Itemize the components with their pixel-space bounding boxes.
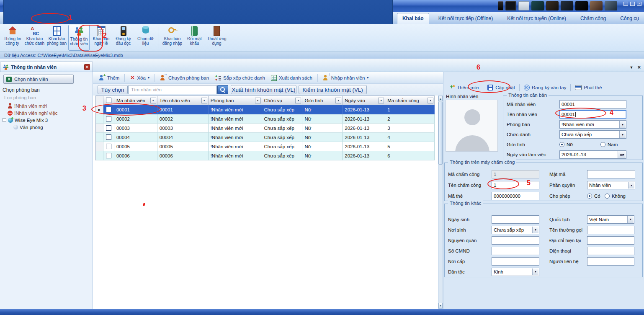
panel-button-dang-ky-van-tay[interactable]: Đăng ký vân tay (521, 83, 569, 92)
column-header-4[interactable]: Giới tính▼ (302, 96, 343, 105)
search-input[interactable]: Tìm nhân viên (129, 85, 216, 94)
ribbon-button-doi-mat-khau[interactable]: Đổi mật khẩu (184, 25, 205, 51)
camera-thumbnail-3[interactable] (561, 1, 573, 10)
gioi-tinh-option-0[interactable]: Nữ (559, 142, 596, 147)
table-row[interactable]: 0000500005!Nhân viên mớiChưa sắp xếpNữ20… (96, 142, 435, 151)
dropdown-arrow-icon[interactable]: ▼ (532, 227, 538, 233)
table-row[interactable]: 0000400004!Nhân viên mớiChưa sắp xếpNữ20… (96, 133, 435, 142)
dropdown-arrow-icon[interactable]: ▼ (532, 269, 538, 275)
monitor-icon[interactable] (518, 1, 529, 10)
dropdown-arrow-icon[interactable]: ▼ (628, 182, 634, 188)
toolbar-button-xoa[interactable]: Xóa▾ (127, 73, 152, 82)
table-row[interactable]: 0000600006!Nhân viên mớiChưa sắp xếpNữ20… (96, 151, 435, 160)
so-cmnd-input[interactable] (492, 247, 539, 255)
toolbar-button-xuat-danh-sach[interactable]: Xuất danh sách (268, 74, 315, 82)
table-row[interactable]: 0000200002!Nhân viên mớiChưa sắp xếpNữ20… (96, 114, 435, 124)
quoc-tich-select[interactable]: Việt Nam▼ (587, 215, 634, 224)
filter-icon[interactable]: ▼ (428, 98, 433, 103)
ma-nhan-vien-input[interactable]: 00001 (559, 100, 626, 108)
scroll-down-icon[interactable]: ▼ (438, 303, 443, 308)
filter-icon[interactable]: ▼ (255, 98, 261, 103)
menu-tab-mix3[interactable]: Mix 3 (3, 0, 393, 24)
close-tab-icon[interactable]: × (84, 64, 90, 70)
ngay-vao-lam-viec-datepicker[interactable]: 2026-01-13▦▾ (559, 150, 626, 159)
cho-phep-option-1[interactable]: Không (605, 194, 626, 199)
tree-item-nhan-vien-nghi-viec[interactable]: !Nhân viên nghỉ việc (2, 109, 91, 116)
tree-item-wise-eye-mix3[interactable]: −Wise Eye Mix 3 (2, 116, 91, 124)
menu-tab-ket-noi-truc-tiep[interactable]: Kết nối trực tiếp (Offline) (433, 13, 498, 24)
scroll-up-icon[interactable]: ▲ (438, 96, 443, 101)
calendar-dropdown-icon[interactable]: ▦▾ (618, 151, 626, 158)
vertical-scrollbar[interactable]: ▲ ▼ (438, 96, 443, 309)
row-checkbox[interactable] (103, 151, 114, 160)
select-employee-button[interactable]: Chọn nhân viên (3, 75, 74, 84)
column-header-6[interactable]: Mã chấm công▼ (385, 96, 435, 105)
menu-tab-cham-cong[interactable]: Chấm công (575, 13, 611, 24)
nguyen-quan-input[interactable] (492, 236, 539, 245)
ten-thuong-goi-input[interactable] (587, 226, 634, 234)
tree-item-nhan-vien-moi[interactable]: !Nhân viên mới (2, 102, 91, 109)
nguoi-lien-he-input[interactable] (587, 257, 634, 266)
toolbar-button-sap-xep-chuc-danh[interactable]: Sắp xếp chức danh (212, 74, 268, 82)
table-row[interactable]: 0000300003!Nhân viên mớiChưa sắp xếpNữ20… (96, 124, 435, 133)
dropdown-arrow-icon[interactable]: ▼ (619, 131, 626, 138)
dia-chi-hien-tai-input[interactable] (587, 236, 634, 245)
ribbon-button-thong-tin-cong-ty[interactable]: Thông tin công ty (2, 25, 23, 51)
menu-tab-khai-bao[interactable]: Khai báo (397, 13, 429, 24)
row-checkbox[interactable] (103, 142, 114, 151)
cho-phep-option-0[interactable]: Có (587, 194, 600, 199)
select-all-checkbox[interactable] (103, 96, 114, 105)
ma-the-input[interactable]: 0000000000 (492, 192, 539, 200)
phong-ban-select[interactable]: !Nhân viên mới▼ (559, 120, 626, 129)
mat-ma-input[interactable] (587, 170, 635, 178)
pin-icon[interactable] (623, 2, 628, 6)
filter-department-label[interactable]: Lọc phòng ban (4, 95, 36, 100)
scrollbar-thumb[interactable] (438, 102, 443, 165)
face-camera-2[interactable] (605, 1, 617, 10)
ribbon-button-dang-ky-dau-doc[interactable]: Đăng ký đầu đọc (113, 25, 134, 51)
column-header-2[interactable]: Phòng ban▼ (209, 96, 262, 105)
dropdown-arrow-icon[interactable]: ▼ (627, 216, 634, 223)
tab-thong-tin-nhan-vien[interactable]: Thông tin nhân viên × (0, 62, 93, 72)
export-face-button[interactable]: Xuất hình khuôn mặt (VL) (231, 85, 296, 94)
check-face-button[interactable]: Kiểm tra khuôn mặt (VL) (299, 85, 367, 94)
ribbon-button-khai-bao-ngay-le[interactable]: Khai báo ngày lễ (90, 25, 112, 51)
filter-icon[interactable]: ▼ (201, 98, 207, 103)
phan-quyen-select[interactable]: Nhân viên▼ (587, 181, 635, 189)
ribbon-button-thoat-ung-dung[interactable]: Thoát ứng dụng (206, 25, 227, 51)
close-icon[interactable]: × (637, 65, 641, 70)
search-button[interactable] (217, 85, 228, 94)
menu-tab-ket-noi-truc-tuyen[interactable]: Kết nối trực tuyến (Online) (502, 13, 571, 24)
filter-icon[interactable]: ▼ (335, 98, 341, 103)
dropdown-arrow-icon[interactable]: ▼ (619, 121, 626, 128)
close-window-icon[interactable]: × (637, 2, 641, 6)
row-checkbox[interactable] (103, 105, 114, 114)
ten-nhan-vien-input[interactable]: 00001 (559, 110, 626, 119)
ribbon-button-khai-bao-chuc-danh[interactable]: Khai báo chức danh (24, 25, 45, 51)
panel-button-cap-nhat[interactable]: Cập nhật (484, 83, 518, 92)
ribbon-button-khai-bao-dang-nhap[interactable]: Khai báo đăng nhập (162, 25, 183, 51)
tablet-icon[interactable] (505, 1, 516, 10)
row-checkbox[interactable] (103, 124, 114, 133)
row-checkbox[interactable] (103, 114, 114, 124)
ma-cham-cong-input[interactable]: 1 (492, 170, 539, 178)
ribbon-button-khai-bao-phong-ban[interactable]: Khai báo phòng ban (46, 25, 67, 51)
face-camera-1[interactable] (590, 1, 603, 10)
menu-tab-cong-cu[interactable]: Công cụ (615, 13, 644, 24)
tree-item-van-phong[interactable]: Văn phòng (2, 124, 91, 131)
dien-thoai-input[interactable] (587, 247, 634, 255)
ribbon-button-chon-du-lieu[interactable]: Chọn dữ liệu (135, 25, 156, 51)
gioi-tinh-option-1[interactable]: Nam (600, 142, 618, 147)
filter-icon[interactable]: ▼ (150, 98, 156, 103)
column-header-1[interactable]: Tên nhân viên▼ (157, 96, 209, 105)
column-header-5[interactable]: Ngày vào▼ (343, 96, 385, 105)
row-checkbox[interactable] (103, 133, 114, 142)
ribbon-button-thong-tin-nhan-vien[interactable]: Thông tin nhân viên (68, 25, 90, 51)
chevron-down-icon[interactable]: ▼ (629, 65, 633, 70)
expander-icon[interactable]: − (3, 118, 6, 122)
avatar[interactable] (446, 100, 498, 152)
camera-thumbnail-2[interactable] (546, 1, 559, 10)
toolbar-button-chuyen-phong-ban[interactable]: Chuyển phòng ban (157, 74, 211, 82)
options-button[interactable]: Tùy chọn (98, 85, 128, 94)
noi-sinh-select[interactable]: Chưa sắp xếp▼ (492, 226, 539, 234)
